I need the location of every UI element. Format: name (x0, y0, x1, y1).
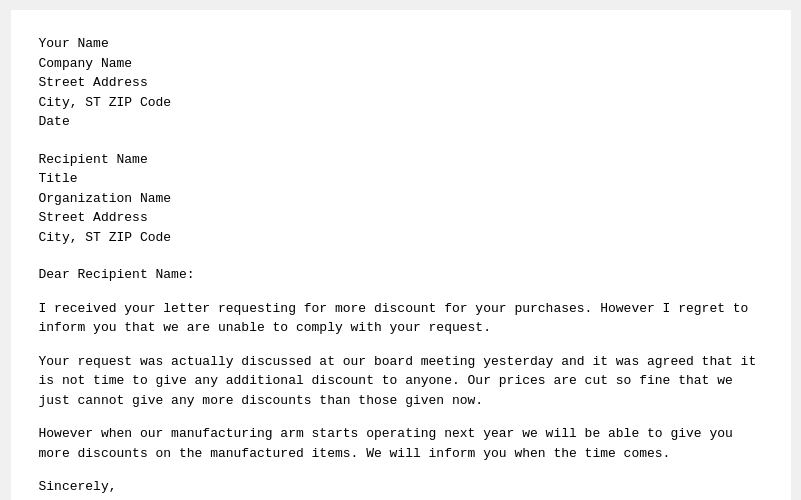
closing: Sincerely, (39, 477, 763, 497)
sender-name: Your Name (39, 34, 763, 54)
recipient-organization: Organization Name (39, 189, 763, 209)
recipient-name: Recipient Name (39, 150, 763, 170)
recipient-city: City, ST ZIP Code (39, 228, 763, 248)
salutation: Dear Recipient Name: (39, 265, 763, 285)
letter-document: Your Name Company Name Street Address Ci… (11, 10, 791, 500)
sender-company: Company Name (39, 54, 763, 74)
recipient-title: Title (39, 169, 763, 189)
sender-date: Date (39, 112, 763, 132)
recipient-street: Street Address (39, 208, 763, 228)
sender-block: Your Name Company Name Street Address Ci… (39, 34, 763, 132)
paragraph-1: I received your letter requesting for mo… (39, 299, 763, 338)
sender-street: Street Address (39, 73, 763, 93)
recipient-block: Recipient Name Title Organization Name S… (39, 150, 763, 248)
paragraph-2: Your request was actually discussed at o… (39, 352, 763, 411)
sender-city: City, ST ZIP Code (39, 93, 763, 113)
paragraph-3: However when our manufacturing arm start… (39, 424, 763, 463)
